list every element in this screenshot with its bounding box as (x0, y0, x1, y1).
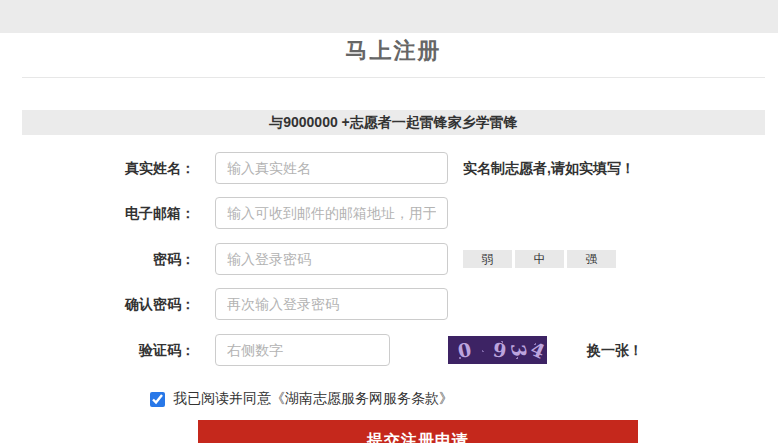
captcha-refresh-link[interactable]: 换一张！ (587, 334, 643, 366)
submit-registration-button[interactable]: 提交注册申请 (198, 420, 638, 443)
email-label: 电子邮箱： (22, 197, 195, 229)
captcha-digit: 4 (527, 339, 547, 362)
registration-page: 马上注册 与9000000 +志愿者一起雷锋家乡学雷锋 真实姓名： 实名制志愿者… (0, 0, 778, 443)
agreement-row: 我已阅读并同意《湖南志愿服务网服务条款》 (150, 390, 453, 408)
form-panel: 真实姓名： 实名制志愿者,请如实填写！ 电子邮箱： 密码： 弱 中 强 确认密码… (22, 0, 765, 443)
confirm-password-input[interactable] (215, 288, 448, 320)
captcha-label: 验证码： (22, 334, 195, 366)
agreement-checkbox[interactable] (150, 392, 165, 407)
password-label: 密码： (22, 243, 195, 275)
captcha-digit: 3 (508, 344, 530, 357)
captcha-input[interactable] (215, 334, 390, 366)
email-row: 电子邮箱： (22, 197, 765, 229)
confirm-password-row: 确认密码： (22, 288, 765, 320)
email-input[interactable] (215, 197, 448, 229)
real-name-label: 真实姓名： (22, 152, 195, 184)
real-name-row: 真实姓名： 实名制志愿者,请如实填写！ (22, 152, 765, 184)
strength-badge-weak: 弱 (463, 250, 512, 268)
captcha-digit: 0 (456, 339, 473, 360)
captcha-digit: 9 (492, 340, 508, 361)
agreement-label[interactable]: 我已阅读并同意《湖南志愿服务网服务条款》 (173, 390, 453, 408)
confirm-password-label: 确认密码： (22, 288, 195, 320)
captcha-row: 验证码： 0 9 3 4 换一张！ (22, 334, 765, 366)
real-name-note: 实名制志愿者,请如实填写！ (463, 152, 635, 184)
strength-badge-medium: 中 (515, 250, 564, 268)
real-name-input[interactable] (215, 152, 448, 184)
captcha-image: 0 9 3 4 (448, 336, 547, 364)
strength-badge-strong: 强 (567, 250, 616, 268)
password-row: 密码： 弱 中 强 (22, 243, 765, 275)
password-strength-indicator: 弱 中 强 (463, 250, 616, 268)
password-input[interactable] (215, 243, 448, 275)
